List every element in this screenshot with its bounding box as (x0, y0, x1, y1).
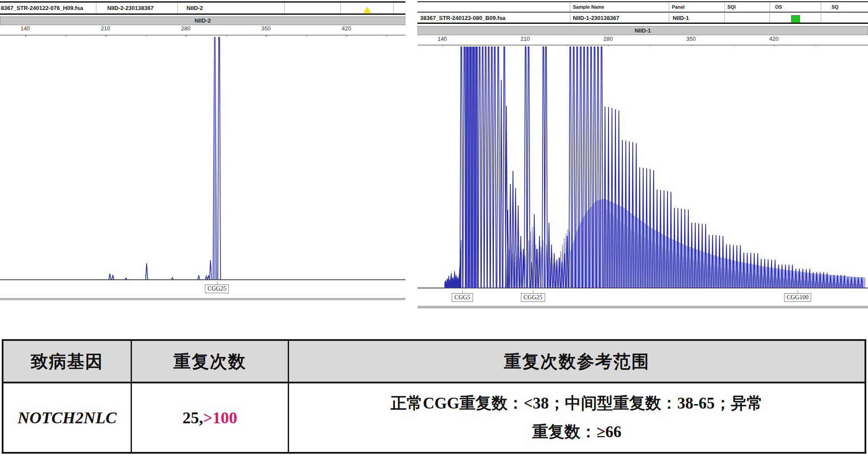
sq-value (821, 13, 868, 23)
sample-name-column-header: Sample Name (570, 2, 669, 12)
allele-label-strip: CGG5CGG25CGG100 (418, 291, 868, 304)
pass-square-icon (791, 15, 800, 23)
reference-range-line1: 正常CGG重复数：<38；中间型重复数：38-65；异常 (391, 389, 763, 418)
offscale-allele-peak-light (213, 37, 217, 280)
x-tick-label: 420 (769, 36, 779, 42)
sample-info-row: 8367_STR-240122-076_H09.fsa NIID-2-23013… (0, 3, 405, 15)
sq-value (394, 3, 405, 13)
panel-title-bar: NIID-2 (0, 16, 405, 25)
x-tick-label: 210 (520, 36, 530, 42)
x-tick-label: 210 (101, 25, 110, 32)
x-axis-tick-labels: 140210280350420 (418, 36, 868, 44)
sample-info-row: 38367_STR-240123-080_B09.fsa NIID-1-2301… (418, 13, 868, 24)
x-tick-label: 350 (686, 36, 696, 42)
panel-bottom-rule (0, 298, 405, 300)
allele-label-strip: CGG25 (0, 282, 405, 297)
sample-name-value: NIID-1-230138367 (570, 13, 669, 23)
sample-file-name: 38367_STR-240123-080_B09.fsa (418, 13, 570, 23)
reference-range-text: 正常CGG重复数：<38；中间型重复数：38-65；异常 重复数：≥66 (289, 383, 865, 452)
x-tick-label: 420 (342, 25, 351, 32)
x-tick-label: 280 (181, 25, 191, 32)
electropherogram-trace-niid2 (0, 36, 405, 281)
column-header-row: Sample Name Panel SQI OS SQ (418, 2, 868, 13)
os-column-header: OS (770, 2, 821, 12)
warning-triangle-icon (363, 7, 371, 13)
reference-range-line2: 重复数：≥66 (532, 418, 621, 446)
repeat-normal-allele: 25, (182, 408, 203, 427)
sample-file-name: 8367_STR-240122-076_H09.fsa (0, 3, 96, 13)
genetic-test-report: 8367_STR-240122-076_H09.fsa NIID-2-23013… (0, 0, 868, 458)
os-flag-cell (341, 3, 394, 13)
allele-call-box: CGG5 (452, 293, 473, 302)
sample-name-value: NIID-2-230138367 (96, 3, 178, 13)
electropherogram-trace-niid1 (418, 46, 868, 290)
x-axis-tick-labels: 140210280350420 (0, 25, 405, 34)
results-table: 致病基因 重复次数 重复次数参考范围 NOTCH2NLC 25,>100 正常C… (2, 339, 866, 454)
file-column-header (418, 2, 570, 12)
sqi-value (285, 3, 341, 13)
allele-peaks (109, 37, 220, 280)
results-table-header-row: 致病基因 重复次数 重复次数参考范围 (3, 341, 865, 383)
electropherogram-panel-niid1: Sample Name Panel SQI OS SQ 38367_STR-24… (418, 0, 868, 309)
panel-title-bar: NIID-1 (418, 26, 868, 35)
results-table-data-row: NOTCH2NLC 25,>100 正常CGG重复数：<38；中间型重复数：38… (3, 383, 865, 452)
sq-column-header: SQ (821, 2, 868, 12)
panel-name-value: NIID-1 (669, 13, 725, 23)
electropherogram-panel-niid2: 8367_STR-240122-076_H09.fsa NIID-2-23013… (0, 0, 405, 301)
header-reference-range: 重复次数参考范围 (289, 341, 865, 382)
repeat-count-value: 25,>100 (132, 383, 289, 452)
x-tick-label: 280 (603, 36, 613, 42)
panel-name-value: NIID-2 (178, 3, 285, 13)
repeat-expanded-allele: >100 (203, 408, 237, 427)
x-tick-label: 140 (437, 36, 447, 42)
allele-call-box: CGG25 (205, 285, 229, 293)
sqi-value (725, 13, 770, 23)
os-flag-cell (770, 13, 821, 23)
panel-column-header: Panel (669, 2, 725, 12)
gene-name: NOTCH2NLC (3, 383, 132, 452)
x-tick-label: 140 (20, 25, 30, 32)
header-repeat-count: 重复次数 (132, 341, 289, 382)
allele-call-box: CGG25 (521, 293, 545, 302)
allele-call-box: CGG100 (784, 293, 811, 302)
x-tick-label: 350 (261, 25, 271, 32)
baseline-noise (445, 240, 461, 288)
panel-bottom-rule (418, 306, 868, 308)
header-pathogenic-gene: 致病基因 (3, 341, 132, 382)
sqi-column-header: SQI (725, 2, 770, 12)
